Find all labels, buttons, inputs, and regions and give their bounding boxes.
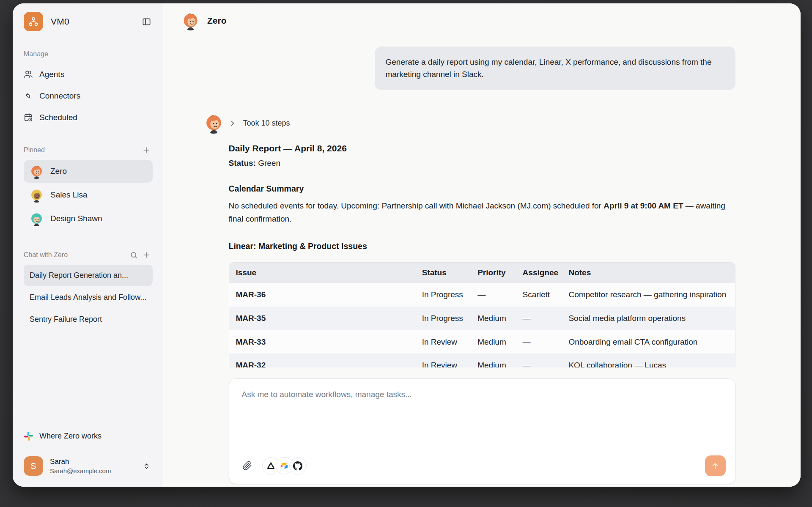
pinned-item-label: Design Shawn [50, 214, 102, 223]
chat-add-button[interactable] [140, 249, 153, 261]
calendar-summary-text: No scheduled events for today. Upcoming:… [229, 200, 735, 226]
plus-icon [142, 146, 151, 154]
sidebar-item-label: Connectors [39, 91, 80, 101]
sidebar-item-connectors[interactable]: Connectors [24, 85, 153, 107]
steps-disclosure[interactable]: Took 10 steps [229, 116, 735, 131]
sidebar-toggle-button[interactable] [140, 15, 153, 28]
cell-notes: Competitor research — gathering inspirat… [562, 283, 735, 307]
chats-label: Chat with Zero [24, 251, 127, 259]
cell-assignee: — [516, 330, 562, 354]
cell-notes: KOL collaboration — Lucas [562, 354, 735, 367]
cell-issue: MAR-36 [229, 283, 415, 307]
chat-item-label: Daily Report Generation an... [30, 271, 128, 280]
panel-toggle-icon [142, 17, 151, 27]
col-priority: Priority [471, 263, 516, 283]
report-status: Status: Green [229, 159, 735, 168]
cell-assignee: Scarlett [516, 283, 562, 307]
issues-table: Issue Status Priority Assignee Notes [229, 262, 735, 367]
cell-priority: Medium [471, 330, 516, 354]
table-row: MAR-35 In Progress Medium — Social media… [229, 307, 735, 330]
zero-avatar [181, 11, 200, 30]
connector-github[interactable] [289, 457, 307, 474]
report: Daily Report — April 8, 2026 Status: Gre… [229, 143, 735, 367]
pinned-item-sales-lisa[interactable]: Sales Lisa [24, 184, 153, 206]
zero-avatar [29, 164, 44, 179]
cell-priority: Medium [471, 354, 516, 367]
manage-section-header: Manage [24, 49, 153, 59]
connected-apps [262, 457, 307, 474]
users-icon [24, 70, 33, 79]
chat-title: Zero [207, 16, 227, 26]
chat-item-daily-report[interactable]: Daily Report Generation an... [24, 265, 153, 286]
pinned-item-design-shawn[interactable]: Design Shawn [24, 207, 153, 230]
cell-status: In Progress [415, 307, 471, 330]
user-email: Sarah@example.com [50, 467, 140, 474]
where-zero-works-label: Where Zero works [39, 432, 102, 441]
attach-button[interactable] [240, 459, 255, 473]
cell-priority: — [471, 283, 516, 307]
google-drive-icon [266, 461, 275, 470]
design-shawn-avatar [29, 211, 44, 226]
chat-search-button[interactable] [127, 249, 140, 261]
calendar-text: No scheduled events for today. Upcoming:… [229, 201, 604, 210]
calendar-summary-heading: Calendar Summary [229, 184, 735, 194]
sidebar-item-scheduled[interactable]: Scheduled [24, 107, 153, 128]
cell-status: In Progress [415, 283, 471, 307]
status-value: Green [256, 159, 280, 167]
search-icon [130, 251, 138, 259]
chat-item-email-leads[interactable]: Email Leads Analysis and Follow... [24, 287, 153, 308]
agent-turn: Took 10 steps Daily Report — April 8, 20… [229, 116, 735, 367]
send-button[interactable] [705, 455, 726, 476]
cell-status: In Review [415, 330, 471, 354]
pinned-item-zero[interactable]: Zero [24, 160, 153, 183]
account-switcher[interactable]: S Sarah Sarah@example.com [24, 456, 153, 476]
composer-toolbar [240, 455, 726, 476]
user-name: Sarah [50, 458, 140, 466]
sales-lisa-avatar [29, 188, 44, 203]
col-status: Status [415, 263, 471, 283]
pinned-item-label: Zero [50, 167, 67, 176]
user-avatar: S [24, 456, 43, 476]
status-label: Status: [229, 159, 256, 167]
linear-issues-heading: Linear: Marketing & Product Issues [229, 241, 735, 251]
cell-issue: MAR-33 [229, 330, 415, 354]
pinned-add-button[interactable] [140, 144, 153, 156]
cell-notes: Onboarding email CTA configuration [562, 330, 735, 354]
plug-icon [24, 91, 33, 101]
cell-status: In Review [415, 354, 471, 367]
chats-section-header: Chat with Zero [24, 250, 153, 260]
sidebar-item-label: Agents [39, 70, 64, 79]
manage-label: Manage [24, 50, 153, 58]
brand-row: VM0 [24, 11, 153, 32]
pinned-item-label: Sales Lisa [50, 190, 88, 200]
org-chart-icon [28, 16, 39, 27]
chat-header: Zero [163, 3, 801, 36]
plus-icon [142, 251, 151, 259]
composer-input[interactable] [229, 379, 735, 442]
cell-issue: MAR-35 [229, 307, 415, 330]
user-meta: Sarah Sarah@example.com [50, 458, 140, 474]
calendar-text-bold: April 9 at 9:00 AM ET [604, 201, 683, 210]
chat-item-label: Sentry Failure Report [30, 315, 102, 324]
table-row: MAR-33 In Review Medium — Onboarding ema… [229, 330, 735, 354]
col-issue: Issue [229, 263, 415, 283]
col-assignee: Assignee [516, 263, 562, 283]
account-expand-button[interactable] [140, 460, 153, 472]
cell-assignee: — [516, 307, 562, 330]
pinned-section-header: Pinned [24, 145, 153, 155]
github-icon [293, 461, 302, 471]
cell-priority: Medium [471, 307, 516, 330]
main-area: Zero Generate a daily report using my ca… [163, 3, 801, 487]
app-window: VM0 Manage Agents [13, 3, 801, 487]
sidebar-item-agents[interactable]: Agents [24, 63, 153, 85]
chat-item-label: Email Leads Analysis and Follow... [30, 293, 146, 302]
composer [229, 378, 735, 484]
cell-issue: MAR-32 [229, 354, 415, 367]
paperclip-icon [242, 461, 252, 471]
table-row: MAR-32 In Review Medium — KOL collaborat… [229, 354, 735, 367]
user-message-bubble: Generate a daily report using my calenda… [375, 47, 735, 90]
chat-item-sentry-failure[interactable]: Sentry Failure Report [24, 309, 153, 330]
airtable-icon [280, 461, 289, 471]
where-zero-works[interactable]: Where Zero works [24, 431, 153, 441]
chat-scroll-area[interactable]: Generate a daily report using my calenda… [163, 36, 801, 367]
